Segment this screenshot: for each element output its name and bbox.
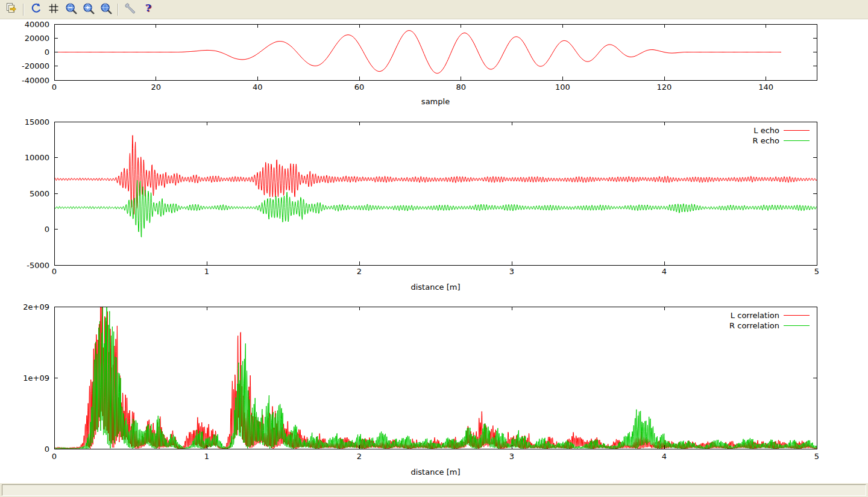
toolbar-button-help[interactable]: ?? bbox=[139, 1, 157, 17]
series-l-echo bbox=[54, 136, 817, 214]
chart-echo: 012345-5000050001000015000distance [m]L … bbox=[25, 117, 820, 292]
status-bar bbox=[0, 483, 868, 497]
x-tick-label: 0 bbox=[52, 83, 57, 92]
x-tick-label: 20 bbox=[151, 83, 161, 92]
y-tick-label: 0 bbox=[45, 48, 49, 57]
toolbar-button-toggle-grid[interactable] bbox=[45, 1, 62, 17]
replot-icon bbox=[30, 2, 42, 17]
zoom-next-icon bbox=[83, 2, 95, 17]
y-tick-label: -20000 bbox=[22, 61, 49, 70]
autoscale-icon bbox=[100, 2, 112, 17]
series-r-correlation bbox=[54, 307, 817, 449]
x-tick-label: 3 bbox=[509, 452, 514, 461]
toolbar-button-replot[interactable] bbox=[27, 1, 45, 17]
app-window: ?? 020406080100120140-40000-200000200004… bbox=[0, 0, 868, 497]
y-tick-label: 40000 bbox=[25, 20, 49, 29]
x-tick-label: 100 bbox=[555, 83, 570, 92]
plot-frame bbox=[54, 307, 817, 449]
plot-area: 020406080100120140-40000-200000200004000… bbox=[0, 19, 868, 483]
y-tick-label: 1e+09 bbox=[23, 374, 49, 383]
x-tick-label: 1 bbox=[204, 452, 209, 461]
plot-frame bbox=[54, 122, 817, 265]
chart-correlation: 01234501e+092e+09distance [m]L correlati… bbox=[23, 302, 819, 477]
toolbar-button-zoom-next[interactable] bbox=[80, 1, 97, 17]
y-tick-label: -5000 bbox=[27, 261, 49, 270]
toolbar-button-autoscale[interactable] bbox=[97, 1, 115, 17]
x-tick-label: 4 bbox=[662, 452, 667, 461]
toolbar-separator bbox=[23, 4, 24, 16]
y-tick-label: 15000 bbox=[25, 117, 49, 127]
x-tick-label: 4 bbox=[662, 267, 667, 276]
y-tick-label: 10000 bbox=[25, 153, 49, 162]
y-tick-label: 2e+09 bbox=[23, 302, 49, 311]
x-tick-label: 2 bbox=[357, 267, 362, 276]
x-tick-label: 5 bbox=[814, 452, 819, 461]
legend-label: L correlation bbox=[731, 311, 779, 320]
zoom-previous-icon bbox=[65, 2, 77, 17]
y-tick-label: -40000 bbox=[22, 76, 49, 85]
legend-label: R echo bbox=[752, 136, 779, 145]
plots-canvas[interactable]: 020406080100120140-40000-200000200004000… bbox=[0, 19, 868, 483]
x-tick-label: 0 bbox=[52, 267, 57, 276]
legend-label: L echo bbox=[753, 126, 779, 135]
y-tick-label: 20000 bbox=[25, 34, 49, 43]
legend: L correlationR correlation bbox=[729, 311, 810, 330]
x-tick-label: 1 bbox=[204, 267, 209, 276]
x-axis-label: sample bbox=[421, 97, 450, 106]
y-tick-label: 0 bbox=[45, 445, 49, 454]
x-tick-label: 2 bbox=[357, 452, 362, 461]
x-tick-label: 3 bbox=[509, 267, 514, 276]
x-tick-label: 5 bbox=[814, 267, 819, 276]
svg-text:?: ? bbox=[145, 2, 151, 14]
series-signal bbox=[54, 31, 781, 73]
copy-icon bbox=[5, 2, 17, 17]
x-tick-label: 120 bbox=[657, 83, 672, 92]
grid-icon bbox=[48, 2, 60, 17]
toolbar-separator bbox=[118, 4, 119, 16]
toolbar-button-zoom-previous[interactable] bbox=[62, 1, 80, 17]
series-l-correlation bbox=[54, 307, 817, 449]
configure-icon bbox=[125, 2, 137, 17]
toolbar: ?? bbox=[0, 0, 868, 19]
x-axis-label: distance [m] bbox=[410, 467, 460, 477]
x-tick-label: 80 bbox=[456, 83, 466, 92]
y-tick-label: 5000 bbox=[30, 189, 49, 198]
legend-label: R correlation bbox=[729, 321, 779, 330]
y-tick-label: 0 bbox=[45, 225, 49, 234]
x-axis-label: distance [m] bbox=[410, 283, 460, 292]
status-text bbox=[2, 484, 866, 496]
help-icon: ?? bbox=[142, 2, 154, 17]
x-tick-label: 0 bbox=[52, 452, 57, 461]
series-r-echo bbox=[54, 180, 817, 237]
x-tick-label: 140 bbox=[758, 83, 773, 92]
x-tick-label: 60 bbox=[354, 83, 365, 92]
toolbar-button-configure[interactable] bbox=[122, 1, 139, 17]
toolbar-button-copy-to-clipboard[interactable] bbox=[2, 1, 20, 17]
x-tick-label: 40 bbox=[253, 83, 263, 92]
legend: L echoR echo bbox=[752, 126, 810, 145]
chart-transmit-signal: 020406080100120140-40000-200000200004000… bbox=[22, 20, 817, 107]
